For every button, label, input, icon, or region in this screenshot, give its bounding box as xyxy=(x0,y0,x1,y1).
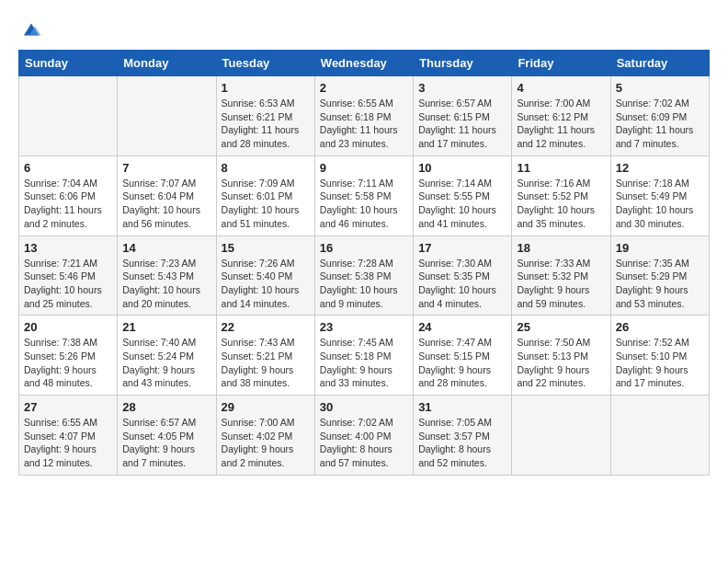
day-number: 15 xyxy=(222,241,310,255)
day-number: 19 xyxy=(616,241,704,255)
calendar-cell: 27Sunrise: 6:55 AM Sunset: 4:07 PM Dayli… xyxy=(19,396,118,476)
day-info: Sunrise: 7:04 AM Sunset: 6:06 PM Dayligh… xyxy=(24,177,112,231)
calendar-cell: 30Sunrise: 7:02 AM Sunset: 4:00 PM Dayli… xyxy=(314,396,413,476)
calendar-cell: 25Sunrise: 7:50 AM Sunset: 5:13 PM Dayli… xyxy=(512,316,610,396)
day-info: Sunrise: 7:00 AM Sunset: 4:02 PM Dayligh… xyxy=(222,416,310,470)
day-number: 2 xyxy=(320,81,408,95)
calendar-cell: 14Sunrise: 7:23 AM Sunset: 5:43 PM Dayli… xyxy=(118,236,216,316)
calendar-week-row: 6Sunrise: 7:04 AM Sunset: 6:06 PM Daylig… xyxy=(19,155,710,236)
logo-icon xyxy=(20,18,42,40)
day-info: Sunrise: 7:02 AM Sunset: 6:09 PM Dayligh… xyxy=(616,97,704,151)
weekday-header-row: SundayMondayTuesdayWednesdayThursdayFrid… xyxy=(19,51,710,76)
calendar-week-row: 13Sunrise: 7:21 AM Sunset: 5:46 PM Dayli… xyxy=(19,236,710,316)
day-info: Sunrise: 7:26 AM Sunset: 5:40 PM Dayligh… xyxy=(222,257,310,311)
day-info: Sunrise: 7:45 AM Sunset: 5:18 PM Dayligh… xyxy=(320,336,408,390)
day-number: 27 xyxy=(24,400,112,414)
calendar-cell: 26Sunrise: 7:52 AM Sunset: 5:10 PM Dayli… xyxy=(610,316,709,396)
calendar-cell: 28Sunrise: 6:57 AM Sunset: 4:05 PM Dayli… xyxy=(118,396,216,476)
calendar-cell: 6Sunrise: 7:04 AM Sunset: 6:06 PM Daylig… xyxy=(19,155,118,236)
day-info: Sunrise: 7:28 AM Sunset: 5:38 PM Dayligh… xyxy=(320,257,408,311)
day-number: 9 xyxy=(320,161,408,175)
weekday-header-tuesday: Tuesday xyxy=(216,51,314,76)
calendar-cell: 23Sunrise: 7:45 AM Sunset: 5:18 PM Dayli… xyxy=(314,316,413,396)
day-number: 8 xyxy=(222,161,310,175)
day-number: 10 xyxy=(418,161,506,175)
calendar-cell: 10Sunrise: 7:14 AM Sunset: 5:55 PM Dayli… xyxy=(414,155,512,236)
day-info: Sunrise: 7:00 AM Sunset: 6:12 PM Dayligh… xyxy=(517,97,605,151)
day-info: Sunrise: 6:57 AM Sunset: 4:05 PM Dayligh… xyxy=(122,416,210,470)
calendar-cell: 29Sunrise: 7:00 AM Sunset: 4:02 PM Dayli… xyxy=(216,396,314,476)
calendar-week-row: 1Sunrise: 6:53 AM Sunset: 6:21 PM Daylig… xyxy=(19,76,710,156)
day-info: Sunrise: 7:11 AM Sunset: 5:58 PM Dayligh… xyxy=(320,177,408,231)
calendar-cell: 12Sunrise: 7:18 AM Sunset: 5:49 PM Dayli… xyxy=(610,155,709,236)
day-info: Sunrise: 7:23 AM Sunset: 5:43 PM Dayligh… xyxy=(122,257,210,311)
calendar-header: SundayMondayTuesdayWednesdayThursdayFrid… xyxy=(19,51,710,76)
day-number: 30 xyxy=(320,400,408,414)
calendar-cell: 20Sunrise: 7:38 AM Sunset: 5:26 PM Dayli… xyxy=(19,316,118,396)
calendar-cell: 2Sunrise: 6:55 AM Sunset: 6:18 PM Daylig… xyxy=(314,76,413,156)
day-info: Sunrise: 7:07 AM Sunset: 6:04 PM Dayligh… xyxy=(122,177,210,231)
day-number: 23 xyxy=(320,320,408,334)
day-number: 20 xyxy=(24,320,112,334)
day-number: 22 xyxy=(222,320,310,334)
calendar-cell: 18Sunrise: 7:33 AM Sunset: 5:32 PM Dayli… xyxy=(512,236,610,316)
calendar-cell: 4Sunrise: 7:00 AM Sunset: 6:12 PM Daylig… xyxy=(512,76,610,156)
day-number: 14 xyxy=(122,241,210,255)
calendar-cell: 5Sunrise: 7:02 AM Sunset: 6:09 PM Daylig… xyxy=(610,76,709,156)
day-number: 31 xyxy=(418,400,506,414)
calendar-week-row: 20Sunrise: 7:38 AM Sunset: 5:26 PM Dayli… xyxy=(19,316,710,396)
calendar-week-row: 27Sunrise: 6:55 AM Sunset: 4:07 PM Dayli… xyxy=(19,396,710,476)
weekday-header-wednesday: Wednesday xyxy=(314,51,413,76)
day-number: 13 xyxy=(24,241,112,255)
day-number: 17 xyxy=(418,241,506,255)
weekday-header-monday: Monday xyxy=(118,51,216,76)
day-info: Sunrise: 6:57 AM Sunset: 6:15 PM Dayligh… xyxy=(418,97,506,151)
calendar-cell: 3Sunrise: 6:57 AM Sunset: 6:15 PM Daylig… xyxy=(414,76,512,156)
calendar-cell: 8Sunrise: 7:09 AM Sunset: 6:01 PM Daylig… xyxy=(216,155,314,236)
day-info: Sunrise: 7:30 AM Sunset: 5:35 PM Dayligh… xyxy=(418,257,506,311)
day-number: 26 xyxy=(616,320,704,334)
day-number: 25 xyxy=(517,320,605,334)
calendar-cell: 31Sunrise: 7:05 AM Sunset: 3:57 PM Dayli… xyxy=(414,396,512,476)
weekday-header-friday: Friday xyxy=(512,51,610,76)
day-info: Sunrise: 6:53 AM Sunset: 6:21 PM Dayligh… xyxy=(222,97,310,151)
day-info: Sunrise: 7:02 AM Sunset: 4:00 PM Dayligh… xyxy=(320,416,408,470)
day-info: Sunrise: 7:09 AM Sunset: 6:01 PM Dayligh… xyxy=(222,177,310,231)
day-info: Sunrise: 7:38 AM Sunset: 5:26 PM Dayligh… xyxy=(24,336,112,390)
day-number: 21 xyxy=(122,320,210,334)
calendar-cell: 19Sunrise: 7:35 AM Sunset: 5:29 PM Dayli… xyxy=(610,236,709,316)
logo xyxy=(18,18,42,40)
day-number: 7 xyxy=(122,161,210,175)
calendar-cell: 22Sunrise: 7:43 AM Sunset: 5:21 PM Dayli… xyxy=(216,316,314,396)
day-info: Sunrise: 7:33 AM Sunset: 5:32 PM Dayligh… xyxy=(517,257,605,311)
day-number: 5 xyxy=(616,81,704,95)
day-info: Sunrise: 7:35 AM Sunset: 5:29 PM Dayligh… xyxy=(616,257,704,311)
day-number: 4 xyxy=(517,81,605,95)
weekday-header-thursday: Thursday xyxy=(414,51,512,76)
weekday-header-saturday: Saturday xyxy=(610,51,709,76)
calendar-cell: 21Sunrise: 7:40 AM Sunset: 5:24 PM Dayli… xyxy=(118,316,216,396)
header xyxy=(18,18,710,40)
day-info: Sunrise: 7:05 AM Sunset: 3:57 PM Dayligh… xyxy=(418,416,506,470)
day-number: 6 xyxy=(24,161,112,175)
calendar-cell: 7Sunrise: 7:07 AM Sunset: 6:04 PM Daylig… xyxy=(118,155,216,236)
day-number: 18 xyxy=(517,241,605,255)
day-info: Sunrise: 7:16 AM Sunset: 5:52 PM Dayligh… xyxy=(517,177,605,231)
day-info: Sunrise: 7:52 AM Sunset: 5:10 PM Dayligh… xyxy=(616,336,704,390)
calendar-cell: 13Sunrise: 7:21 AM Sunset: 5:46 PM Dayli… xyxy=(19,236,118,316)
calendar-cell: 24Sunrise: 7:47 AM Sunset: 5:15 PM Dayli… xyxy=(414,316,512,396)
day-number: 28 xyxy=(122,400,210,414)
calendar-cell: 9Sunrise: 7:11 AM Sunset: 5:58 PM Daylig… xyxy=(314,155,413,236)
day-number: 12 xyxy=(616,161,704,175)
day-info: Sunrise: 6:55 AM Sunset: 6:18 PM Dayligh… xyxy=(320,97,408,151)
calendar-cell: 17Sunrise: 7:30 AM Sunset: 5:35 PM Dayli… xyxy=(414,236,512,316)
day-info: Sunrise: 7:40 AM Sunset: 5:24 PM Dayligh… xyxy=(122,336,210,390)
day-number: 1 xyxy=(222,81,310,95)
day-number: 3 xyxy=(418,81,506,95)
day-number: 24 xyxy=(418,320,506,334)
calendar-cell xyxy=(610,396,709,476)
day-info: Sunrise: 7:47 AM Sunset: 5:15 PM Dayligh… xyxy=(418,336,506,390)
calendar-cell xyxy=(512,396,610,476)
day-info: Sunrise: 6:55 AM Sunset: 4:07 PM Dayligh… xyxy=(24,416,112,470)
calendar-table: SundayMondayTuesdayWednesdayThursdayFrid… xyxy=(18,50,710,476)
